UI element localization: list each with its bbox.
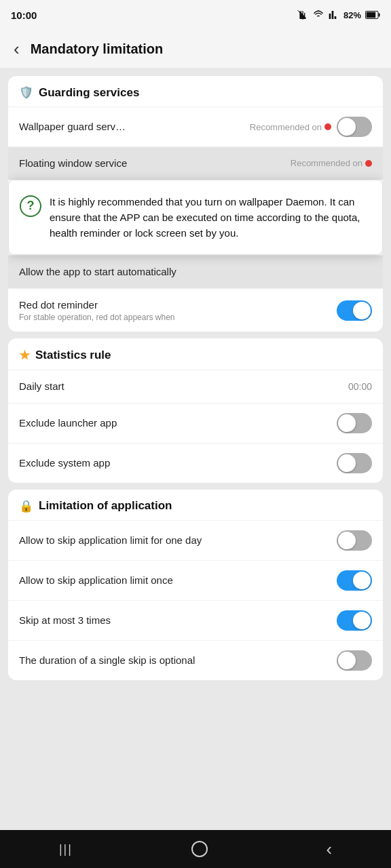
- home-button[interactable]: [177, 833, 222, 865]
- limitation-of-application-card: 🔒 Limitation of application Allow to ski…: [8, 490, 383, 680]
- statistics-rule-card: ★ Statistics rule Daily start 00:00 Excl…: [8, 338, 383, 483]
- guarding-services-header: 🛡️ Guarding services: [8, 76, 383, 106]
- svg-rect-2: [378, 13, 379, 16]
- status-bar: 10:00 82%: [0, 0, 391, 30]
- wifi-icon: [312, 9, 324, 20]
- single-skip-duration-toggle[interactable]: [337, 650, 372, 671]
- skip-limit-day-row: Allow to skip application limit for one …: [8, 520, 383, 560]
- red-dot-reminder-row: Red dot reminder For stable operation, r…: [8, 288, 383, 332]
- single-skip-duration-label: The duration of a single skip is optiona…: [19, 654, 337, 667]
- skip-limit-day-toggle[interactable]: [337, 530, 372, 551]
- guarding-services-label: Guarding services: [39, 86, 139, 100]
- skip-at-most-label: Skip at most 3 times: [19, 614, 337, 627]
- back-nav-button[interactable]: ‹: [312, 832, 346, 867]
- skip-limit-once-toggle[interactable]: [337, 570, 372, 591]
- limitation-label: Limitation of application: [39, 499, 172, 513]
- dialog-message: It is highly recommended that you turn o…: [50, 194, 369, 241]
- page-title: Mandatory limitation: [31, 41, 164, 57]
- floating-window-row: Floating window service Recommended on: [8, 146, 383, 180]
- status-time: 10:00: [11, 9, 37, 21]
- skip-at-most-toggle[interactable]: [337, 610, 372, 631]
- guarding-icon: 🛡️: [19, 85, 33, 100]
- mute-icon: [297, 9, 308, 20]
- daily-start-row: Daily start 00:00: [8, 370, 383, 403]
- dialog-info-icon: ?: [20, 195, 41, 217]
- skip-limit-day-label: Allow to skip application limit for one …: [19, 534, 337, 547]
- guarding-services-card: 🛡️ Guarding services Wallpaper guard ser…: [8, 76, 383, 332]
- red-dot-reminder-label: Red dot reminder: [19, 298, 174, 312]
- exclude-system-label: Exclude system app: [19, 456, 337, 470]
- skip-limit-once-label: Allow to skip application limit once: [19, 574, 337, 587]
- red-dot-reminder-toggle[interactable]: [337, 300, 372, 321]
- allow-auto-start-label: Allow the app to start automatically: [19, 265, 372, 279]
- wallpaper-guard-label: Wallpaper guard serv…: [19, 120, 250, 134]
- svg-rect-1: [367, 12, 376, 18]
- status-icons: 82%: [297, 9, 380, 20]
- exclude-launcher-row: Exclude launcher app: [8, 403, 383, 443]
- single-skip-duration-row: The duration of a single skip is optiona…: [8, 640, 383, 680]
- exclude-system-toggle[interactable]: [337, 453, 372, 473]
- exclude-system-row: Exclude system app: [8, 443, 383, 483]
- statistics-rule-label: Statistics rule: [35, 349, 111, 362]
- home-icon: [191, 840, 208, 858]
- exclude-launcher-toggle[interactable]: [337, 413, 372, 433]
- exclude-launcher-label: Exclude launcher app: [19, 416, 337, 430]
- back-button[interactable]: ‹: [11, 36, 22, 62]
- battery-text: 82%: [343, 10, 361, 20]
- wallpaper-guard-row: Wallpaper guard serv… Recommended on: [8, 106, 383, 146]
- wallpaper-guard-toggle[interactable]: [337, 117, 372, 137]
- wallpaper-red-dot: [324, 123, 331, 130]
- daily-start-label: Daily start: [19, 380, 348, 393]
- svg-rect-3: [192, 842, 207, 856]
- skip-at-most-row: Skip at most 3 times: [8, 600, 383, 640]
- allow-auto-start-row: Allow the app to start automatically: [8, 255, 383, 288]
- floating-recommended-on: Recommended on: [291, 158, 362, 168]
- statistics-rule-header: ★ Statistics rule: [8, 338, 383, 370]
- wallpaper-daemon-dialog: ? It is highly recommended that you turn…: [8, 180, 383, 256]
- wallpaper-recommended-on: Recommended on: [250, 122, 322, 132]
- floating-red-dot: [365, 160, 372, 167]
- recent-apps-button[interactable]: |||: [45, 835, 86, 863]
- stats-star-icon: ★: [19, 348, 30, 363]
- top-bar: ‹ Mandatory limitation: [0, 30, 391, 68]
- bottom-nav: ||| ‹: [0, 830, 391, 868]
- floating-window-label: Floating window service: [19, 157, 291, 170]
- battery-icon: [365, 10, 380, 20]
- limitation-header: 🔒 Limitation of application: [8, 490, 383, 520]
- main-content: 🛡️ Guarding services Wallpaper guard ser…: [0, 68, 391, 749]
- skip-limit-once-row: Allow to skip application limit once: [8, 560, 383, 600]
- daily-start-value: 00:00: [348, 381, 372, 392]
- signal-icon: [329, 9, 339, 20]
- red-dot-reminder-sub: For stable operation, red dot appears wh…: [19, 313, 174, 322]
- limitation-lock-icon: 🔒: [19, 499, 33, 513]
